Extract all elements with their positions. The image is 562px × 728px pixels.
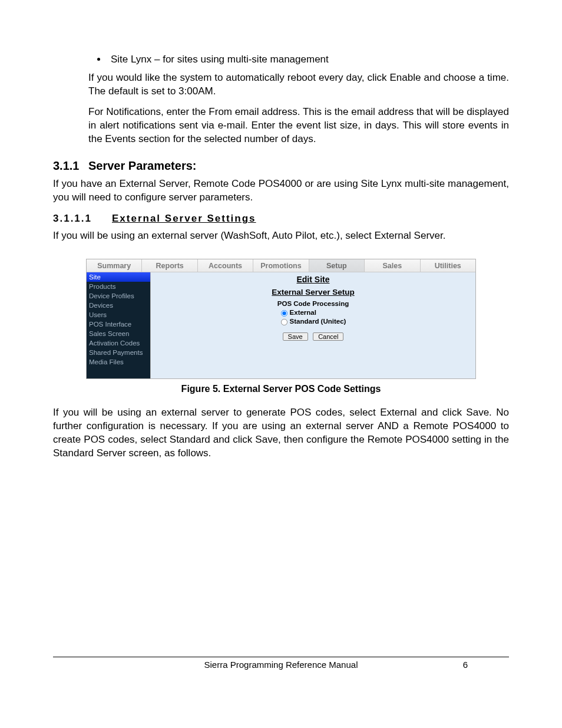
radio-row: Standard (Unitec)	[280, 317, 346, 326]
save-button[interactable]: Save	[283, 332, 308, 341]
figure-caption: Figure 5. External Server POS Code Setti…	[53, 384, 509, 394]
sidebar-item-pos-interface[interactable]: POS Interface	[87, 319, 150, 329]
paragraph-external: If you will be using an external server …	[53, 229, 509, 243]
page-footer: Sierra Programming Reference Manual 6	[53, 657, 509, 670]
tab-accounts[interactable]: Accounts	[198, 259, 253, 272]
subsection-title: External Server Settings	[112, 213, 256, 224]
subsection-heading: 3.1.1.1External Server Settings	[53, 213, 509, 225]
footer-page-number: 6	[463, 660, 468, 670]
sidebar-item-products[interactable]: Products	[87, 282, 150, 291]
section-heading: 3.1.1Server Parameters:	[53, 159, 509, 173]
sidebar-item-users[interactable]: Users	[87, 310, 150, 319]
screenshot-ui: SummaryReportsAccountsPromotionsSetupSal…	[86, 259, 476, 379]
radio-label: Standard (Unitec)	[290, 318, 346, 325]
radio-label: External	[290, 309, 316, 316]
bullet-item: Site Lynx – for sites using multi-site m…	[107, 53, 509, 67]
subsection-number: 3.1.1.1	[53, 213, 92, 225]
section-title: Server Parameters:	[88, 159, 196, 172]
paragraph-after-figure: If you will be using an external server …	[53, 406, 509, 460]
radio-group: ExternalStandard (Unitec)	[280, 308, 346, 326]
tab-utilities[interactable]: Utilities	[421, 259, 475, 272]
paragraph-server: If you have an External Server, Remote C…	[53, 177, 509, 205]
edit-site-title: Edit Site	[151, 275, 475, 284]
sidebar-item-media-files[interactable]: Media Files	[87, 357, 150, 367]
tab-promotions[interactable]: Promotions	[253, 259, 309, 272]
cancel-button[interactable]: Cancel	[313, 332, 343, 341]
sidebar-item-shared-payments[interactable]: Shared Payments	[87, 348, 150, 357]
tab-summary[interactable]: Summary	[87, 259, 142, 272]
tab-reports[interactable]: Reports	[142, 259, 197, 272]
sidebar-item-activation-codes[interactable]: Activation Codes	[87, 338, 150, 348]
radio-standard-unitec-[interactable]	[281, 319, 287, 325]
pos-code-label: POS Code Processing	[151, 300, 475, 307]
tab-sales[interactable]: Sales	[365, 259, 420, 272]
footer-title: Sierra Programming Reference Manual	[53, 660, 509, 670]
sidebar-item-sales-screen[interactable]: Sales Screen	[87, 329, 150, 338]
tab-bar: SummaryReportsAccountsPromotionsSetupSal…	[87, 259, 475, 272]
paragraph-reboot: If you would like the system to automati…	[53, 71, 509, 98]
section-number: 3.1.1	[53, 159, 88, 173]
bullet-list: Site Lynx – for sites using multi-site m…	[53, 53, 509, 67]
sidebar-item-device-profiles[interactable]: Device Profiles	[87, 291, 150, 301]
content-panel: Edit Site External Server Setup POS Code…	[150, 272, 475, 378]
button-row: Save Cancel	[151, 331, 475, 341]
paragraph-notifications: For Notifications, enter the From email …	[53, 106, 509, 146]
sidebar-item-site[interactable]: Site	[87, 272, 150, 282]
radio-external[interactable]	[281, 310, 287, 317]
radio-row: External	[280, 308, 346, 317]
tab-setup[interactable]: Setup	[309, 259, 365, 272]
sidebar-item-devices[interactable]: Devices	[87, 301, 150, 310]
sidebar: SiteProductsDevice ProfilesDevicesUsersP…	[87, 272, 150, 378]
external-server-title: External Server Setup	[151, 288, 475, 297]
